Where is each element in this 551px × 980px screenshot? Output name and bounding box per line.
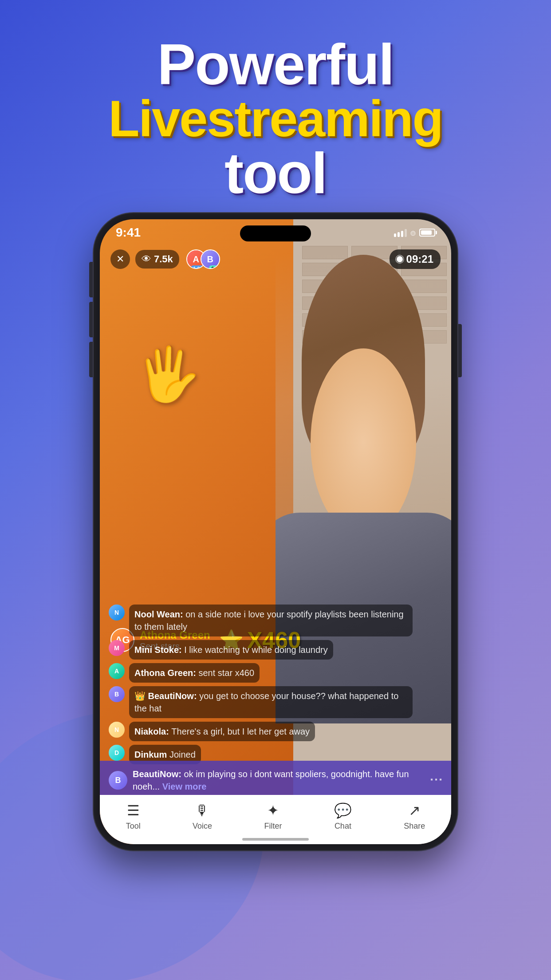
view-more-link[interactable]: View more	[162, 782, 207, 791]
chat-username-6: Dinkum	[134, 750, 169, 759]
more-options-icon[interactable]: ⋮	[430, 774, 442, 787]
chat-body-5: There's a girl, but I let her get away	[171, 727, 310, 736]
chat-avatar-5: N	[109, 722, 125, 738]
voice-icon: 🎙	[195, 802, 209, 819]
share-label: Share	[404, 822, 425, 831]
chat-message-5: N Niakola: There's a girl, but I let her…	[109, 722, 442, 741]
voice-label: Voice	[193, 822, 212, 831]
chat-icon: 💬	[334, 802, 352, 819]
close-icon: ✕	[116, 253, 124, 265]
chat-avatar-1: N	[109, 605, 125, 620]
chat-username-3: Athona Green:	[134, 668, 198, 678]
chat-messages-list: N Nool Wean: on a side note i love your …	[100, 605, 451, 764]
chat-username-2: Mini Stoke:	[134, 645, 184, 655]
close-button[interactable]: ✕	[110, 249, 130, 269]
dynamic-island	[240, 225, 311, 241]
highlight-text: BeautiNow: ok im playing so i dont want …	[133, 768, 425, 793]
chat-username-5: Niakola:	[134, 727, 171, 736]
chat-text-4: 👑 BeautiNow: you get to choose your hous…	[129, 686, 413, 718]
filter-icon: ✦	[267, 802, 279, 819]
status-time: 9:41	[116, 225, 141, 240]
toolbar-item-tool[interactable]: ☰ Tool	[126, 802, 141, 831]
chat-username-4: 👑 BeautiNow:	[134, 691, 199, 701]
toolbar-item-share[interactable]: ↗ Share	[404, 802, 425, 831]
live-indicator	[397, 256, 403, 262]
chat-username-1: Nool Wean:	[134, 609, 185, 619]
chat-text-2: Mini Stoke: I like watching tv while doi…	[129, 640, 333, 660]
eye-icon: 👁	[142, 253, 151, 265]
chat-label: Chat	[335, 822, 351, 831]
live-timer-text: 09:21	[406, 253, 433, 265]
toolbar-item-voice[interactable]: 🎙 Voice	[193, 802, 212, 831]
chat-message-4: B 👑 BeautiNow: you get to choose your ho…	[109, 686, 442, 718]
chat-highlight: B BeautiNow: ok im playing so i dont wan…	[100, 761, 451, 800]
viewer-number: 7.5k	[154, 253, 173, 265]
signal-icon	[394, 228, 407, 237]
headline-line2: Livestreaming	[0, 93, 551, 144]
battery-icon	[419, 229, 435, 237]
chat-body-2: I like watching tv while doing laundry	[184, 645, 328, 655]
live-timer: 09:21	[390, 249, 441, 269]
chat-avatar-6: D	[109, 745, 125, 761]
chat-body-3: sent star x460	[198, 668, 254, 678]
headline-section: Powerful Livestreaming tool	[0, 0, 551, 202]
chat-body-6: Joined	[169, 750, 196, 759]
phone-screen: 9:41 ⌾ ✕	[100, 219, 451, 844]
toolbar-item-filter[interactable]: ✦ Filter	[264, 802, 282, 831]
filter-label: Filter	[264, 822, 282, 831]
chat-text-1: Nool Wean: on a side note i love your sp…	[129, 605, 413, 636]
phone-mockup: 9:41 ⌾ ✕	[94, 213, 457, 850]
toolbar-item-chat[interactable]: 💬 Chat	[334, 802, 352, 831]
chat-text-3: Athona Green: sent star x460	[129, 663, 260, 683]
status-icons: ⌾	[394, 228, 435, 238]
highlight-avatar: B	[109, 771, 127, 790]
chat-text-5: Niakola: There's a girl, but I let her g…	[129, 722, 315, 741]
chat-avatar-3: A	[109, 663, 125, 679]
person-face	[311, 348, 416, 536]
stream-top-overlay: ✕ 👁 7.5k A 1,999 B	[100, 249, 451, 269]
share-icon: ↗	[409, 802, 421, 819]
viewer-avatar-2: B 999	[201, 249, 220, 269]
chat-avatar-2: M	[109, 640, 125, 656]
hand-wave-emoji: 🖐	[135, 344, 202, 406]
chat-message-3: A Athona Green: sent star x460	[109, 663, 442, 683]
tool-icon: ☰	[127, 802, 140, 819]
chat-avatar-4: B	[109, 686, 125, 702]
headline-line1: Powerful	[0, 36, 551, 93]
wifi-icon: ⌾	[410, 228, 416, 238]
top-left-controls: ✕ 👁 7.5k A 1,999 B	[110, 249, 220, 269]
stream-content: 9:41 ⌾ ✕	[100, 219, 451, 844]
headline-line3: tool	[0, 144, 551, 202]
viewer-avatars: A 1,999 B 999	[186, 249, 220, 269]
chat-message-2: M Mini Stoke: I like watching tv while d…	[109, 640, 442, 660]
chat-message-1: N Nool Wean: on a side note i love your …	[109, 605, 442, 636]
sub-badge-2: 999	[209, 265, 220, 269]
phone-outer-shell: 9:41 ⌾ ✕	[94, 213, 457, 850]
tool-label: Tool	[126, 822, 141, 831]
viewer-count-pill: 👁 7.5k	[135, 250, 179, 269]
home-indicator	[242, 838, 309, 841]
bottom-toolbar: ☰ Tool 🎙 Voice ✦ Filter 💬 Chat	[100, 795, 451, 844]
highlight-username: BeautiNow:	[133, 769, 184, 779]
